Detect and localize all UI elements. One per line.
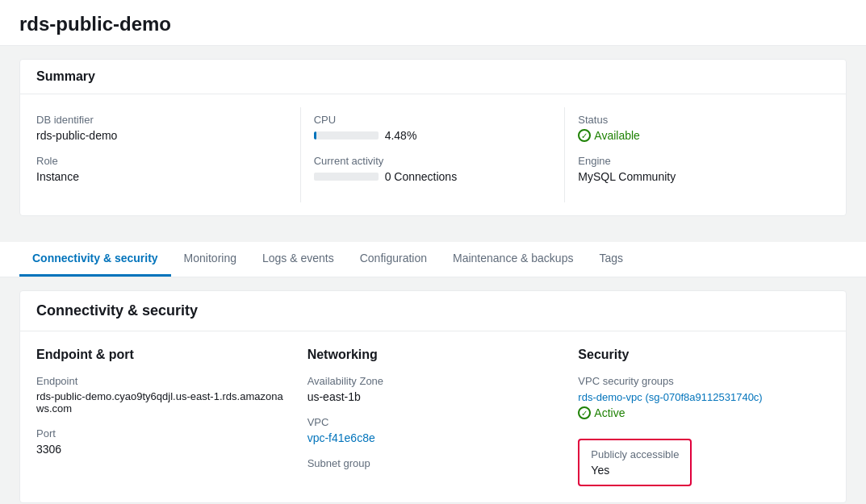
az-group: Availability Zone us-east-1b: [307, 375, 559, 403]
cpu-label: CPU: [314, 114, 552, 126]
tab-logs[interactable]: Logs & events: [249, 242, 347, 277]
active-check-icon: ✓: [578, 406, 591, 419]
conn-bar: [314, 173, 379, 181]
endpoint-group: Endpoint rds-public-demo.cyao9ty6qdjl.us…: [36, 375, 288, 414]
role-label: Role: [36, 155, 287, 167]
connectivity-section-header: Connectivity & security: [20, 291, 846, 331]
activity-group: Current activity 0 Connections: [314, 155, 552, 183]
active-badge: ✓ Active: [578, 406, 830, 419]
cpu-group: CPU 4.48%: [314, 114, 552, 142]
content-area: Summary DB identifier rds-public-demo Ro…: [0, 46, 866, 242]
tabs-list: Connectivity & security Monitoring Logs …: [19, 242, 847, 277]
endpoint-label: Endpoint: [36, 375, 288, 387]
connections-value: 0 Connections: [385, 170, 458, 183]
endpoint-value: rds-public-demo.cyao9ty6qdjl.us-east-1.r…: [36, 390, 288, 414]
az-label: Availability Zone: [307, 375, 559, 387]
connectivity-section-card: Connectivity & security Endpoint & port …: [19, 290, 847, 503]
summary-body: DB identifier rds-public-demo Role Insta…: [20, 94, 846, 215]
vpc-sg-link[interactable]: rds-demo-vpc (sg-070f8a9112531740c): [578, 391, 762, 403]
status-value: ✓ Available: [578, 129, 817, 142]
tab-configuration[interactable]: Configuration: [347, 242, 440, 277]
subnet-label: Subnet group: [307, 457, 559, 469]
db-identifier-value: rds-public-demo: [36, 129, 287, 142]
tab-monitoring[interactable]: Monitoring: [171, 242, 249, 277]
engine-label: Engine: [578, 155, 817, 167]
az-value: us-east-1b: [307, 390, 559, 403]
port-value: 3306: [36, 443, 288, 456]
subnet-group: Subnet group: [307, 457, 559, 469]
tab-maintenance[interactable]: Maintenance & backups: [440, 242, 586, 277]
endpoint-port-header: Endpoint & port: [36, 348, 288, 362]
security-col: Security VPC security groups rds-demo-vp…: [578, 348, 830, 486]
conn-bar-container: 0 Connections: [314, 170, 552, 183]
summary-col-cpu: CPU 4.48% Current activity 0 Connecti: [301, 107, 566, 202]
publicly-accessible-label: Publicly accessible: [591, 448, 679, 460]
role-value: Instance: [36, 170, 287, 183]
networking-col: Networking Availability Zone us-east-1b …: [307, 348, 559, 486]
vpc-sg-group: VPC security groups rds-demo-vpc (sg-070…: [578, 375, 830, 419]
port-label: Port: [36, 427, 288, 439]
vpc-group: VPC vpc-f41e6c8e: [307, 416, 559, 444]
status-group: Status ✓ Available: [578, 114, 817, 142]
publicly-accessible-wrapper: Publicly accessible Yes: [578, 432, 830, 486]
page-title: rds-public-demo: [19, 13, 847, 35]
summary-card: Summary DB identifier rds-public-demo Ro…: [19, 59, 847, 216]
endpoint-port-col: Endpoint & port Endpoint rds-public-demo…: [36, 348, 288, 486]
role-group: Role Instance: [36, 155, 287, 183]
page-header: rds-public-demo: [0, 0, 866, 46]
status-check-icon: ✓: [578, 129, 591, 142]
vpc-label: VPC: [307, 416, 559, 428]
active-label: Active: [594, 406, 625, 419]
db-identifier-group: DB identifier rds-public-demo: [36, 114, 287, 142]
current-activity-label: Current activity: [314, 155, 552, 167]
security-header: Security: [578, 348, 830, 362]
tabs-container: Connectivity & security Monitoring Logs …: [0, 242, 866, 277]
port-group: Port 3306: [36, 427, 288, 456]
summary-col-status: Status ✓ Available Engine MySQL Communit…: [565, 107, 830, 202]
tab-content-area: Connectivity & security Endpoint & port …: [0, 277, 866, 504]
tab-connectivity[interactable]: Connectivity & security: [19, 242, 171, 277]
networking-header: Networking: [307, 348, 559, 362]
cpu-bar-fill: [314, 131, 317, 140]
tab-tags[interactable]: Tags: [586, 242, 636, 277]
cpu-value: 4.48%: [385, 129, 417, 142]
connectivity-section-body: Endpoint & port Endpoint rds-public-demo…: [20, 331, 846, 502]
cpu-bar-container: 4.48%: [314, 129, 552, 142]
vpc-sg-label: VPC security groups: [578, 375, 830, 387]
publicly-accessible-box: Publicly accessible Yes: [578, 439, 692, 486]
engine-group: Engine MySQL Community: [578, 155, 817, 183]
cpu-bar: [314, 131, 379, 140]
db-identifier-label: DB identifier: [36, 114, 287, 126]
engine-value: MySQL Community: [578, 170, 817, 183]
summary-grid: DB identifier rds-public-demo Role Insta…: [36, 107, 830, 202]
vpc-link[interactable]: vpc-f41e6c8e: [307, 431, 375, 444]
summary-header: Summary: [20, 60, 846, 94]
summary-col-db: DB identifier rds-public-demo Role Insta…: [36, 107, 301, 202]
publicly-accessible-value: Yes: [591, 464, 679, 477]
status-label: Status: [578, 114, 817, 126]
